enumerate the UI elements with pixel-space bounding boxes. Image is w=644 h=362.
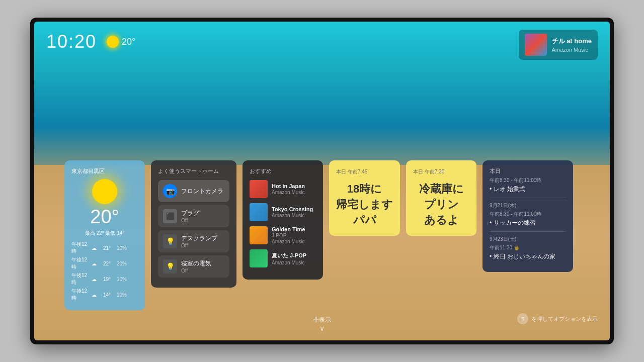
clock: 10:20	[46, 31, 97, 52]
album-art-top	[525, 34, 547, 56]
music-item-3-info: 夏いた J-POP Amazon Music	[272, 252, 306, 265]
options-hint: ≡ を押してオプションを表示	[517, 313, 598, 324]
smarthome-item-plug-info: プラグ Off	[181, 209, 199, 223]
music-rec-widget: おすすめ Hot in Japan Amazon Music Tokyo Cro…	[243, 160, 323, 280]
cal-event-time-2: 午前11:30 🖐	[490, 244, 566, 251]
options-icon: ≡	[517, 313, 528, 324]
note2-content: 冷蔵庫にプリンあるよ	[413, 182, 469, 228]
forecast-time-0: 午後12時	[71, 241, 90, 255]
lamp-icon: 💡	[163, 234, 177, 248]
forecast-temp-2: 19°	[99, 277, 111, 282]
music-item-3[interactable]: 夏いた J-POP Amazon Music	[250, 249, 316, 267]
smarthome-item-camera[interactable]: 📷 フロントカメラ	[158, 180, 229, 202]
smarthome-item-bedroom-light[interactable]: 💡 寝室の電気 Off	[158, 255, 229, 278]
camera-icon: 📷	[163, 184, 177, 198]
smarthome-item-plug[interactable]: ⬛ プラグ Off	[158, 205, 229, 227]
music-item-1-info: Tokyo Crossing Amazon Music	[272, 206, 313, 218]
cloud-icon-1: ☁	[92, 261, 97, 266]
sun-icon-large	[92, 179, 117, 204]
bedroom-sub: Off	[181, 268, 211, 274]
forecast-temp-1: 22°	[99, 261, 111, 266]
music-item-0-info: Hot in Japan Amazon Music	[272, 183, 305, 195]
forecast-time-2: 午後12時	[71, 272, 90, 286]
cloud-icon-2: ☁	[92, 277, 97, 282]
cal-event-time-1: 午前8:30 - 午前11:00時	[490, 211, 566, 218]
note1-header: 本日 午前7:45	[336, 168, 393, 175]
cloud-icon-0: ☁	[92, 245, 97, 251]
smarthome-item-bedroom-info: 寝室の電気 Off	[181, 259, 211, 274]
weather-temp-large: 20°	[71, 206, 138, 228]
music-sub-2: J-POP	[272, 233, 305, 238]
music-item-2[interactable]: Golden Time J-POP Amazon Music	[250, 226, 316, 244]
top-music-source: Amazon Music	[552, 47, 592, 53]
cal-event-name-0: レオ 始業式	[490, 185, 566, 194]
music-sub-1: Amazon Music	[272, 213, 313, 218]
note-widget-2: 本日 午前7:30 冷蔵庫にプリンあるよ	[406, 160, 476, 236]
music-thumb-0	[250, 180, 268, 198]
smarthome-item-camera-info: フロントカメラ	[181, 187, 223, 196]
weather-high-low: 最高 22° 最低 14°	[71, 230, 138, 237]
top-bar: 10:20 20° チル at home Amazon Music	[34, 22, 610, 62]
hide-button[interactable]: 非表示 ∨	[313, 316, 331, 332]
forecast-time-3: 午後12時	[71, 288, 90, 302]
smarthome-widget: よく使うスマートホーム 📷 フロントカメラ ⬛ プラグ Off 💡	[151, 160, 236, 288]
note1-content: 18時に帰宅しますパパ	[336, 182, 393, 228]
cal-event-time-0: 午前8:30 - 午前11:00時	[490, 177, 566, 184]
widgets-area: 東京都目黒区 20° 最高 22° 最低 14° 午後12時 ☁ 21° 10%…	[34, 160, 610, 310]
forecast-row-3: 午後12時 ☁ 14° 10%	[71, 288, 138, 302]
cal-date-label-1: 9月21日(木)	[490, 202, 566, 209]
music-item-1[interactable]: Tokyo Crossing Amazon Music	[250, 203, 316, 221]
forecast-row-0: 午後12時 ☁ 21° 10%	[71, 241, 138, 255]
cal-event-name-1: サッカーの練習	[490, 219, 566, 227]
music-rec-title: おすすめ	[250, 167, 316, 175]
weather-forecast: 午後12時 ☁ 21° 10% 午後12時 ☁ 22° 20% 午後12時 ☁	[71, 241, 138, 302]
music-item-2-info: Golden Time J-POP Amazon Music	[272, 226, 305, 244]
top-weather-temp: 20°	[122, 37, 135, 47]
music-thumb-1	[250, 203, 268, 221]
forecast-pct-2: 10%	[113, 277, 127, 282]
tv-frame: 10:20 20° チル at home Amazon Music 東京都目黒区…	[30, 18, 614, 344]
smarthome-title: よく使うスマートホーム	[158, 167, 229, 175]
top-music-widget[interactable]: チル at home Amazon Music	[519, 30, 598, 60]
bedroom-label: 寝室の電気	[181, 259, 211, 268]
cloud-icon-3: ☁	[92, 292, 97, 298]
weather-location: 東京都目黒区	[71, 167, 138, 175]
music-title-3: 夏いた J-POP	[272, 252, 306, 259]
lamp-sub: Off	[181, 243, 217, 248]
music-item-0[interactable]: Hot in Japan Amazon Music	[250, 180, 316, 198]
cal-date-section-1: 9月21日(木) 午前8:30 - 午前11:00時 サッカーの練習	[490, 198, 566, 227]
forecast-row-2: 午後12時 ☁ 19° 10%	[71, 272, 138, 286]
camera-label: フロントカメラ	[181, 187, 223, 196]
plug-label: プラグ	[181, 209, 199, 218]
forecast-pct-0: 10%	[113, 245, 127, 251]
options-hint-text: を押してオプションを表示	[531, 315, 598, 323]
tv-screen: 10:20 20° チル at home Amazon Music 東京都目黒区…	[34, 22, 610, 340]
forecast-pct-3: 10%	[113, 292, 127, 298]
hide-label: 非表示	[313, 316, 331, 324]
music-thumb-3	[250, 249, 268, 267]
smarthome-item-desk-lamp[interactable]: 💡 デスクランプ Off	[158, 230, 229, 252]
top-music-info: チル at home Amazon Music	[552, 37, 592, 53]
cal-today-label: 本日	[490, 167, 566, 175]
music-sub-3: Amazon Music	[272, 260, 306, 265]
cal-date-section-2: 9月23日(土) 午前11:30 🖐 終日 おじいちゃんの家	[490, 231, 566, 261]
cal-event-name-2: 終日 おじいちゃんの家	[490, 252, 566, 261]
music-sub2-2: Amazon Music	[272, 239, 305, 244]
music-title-0: Hot in Japan	[272, 183, 305, 189]
music-title-2: Golden Time	[272, 226, 305, 232]
plug-sub: Off	[181, 218, 199, 223]
forecast-pct-1: 20%	[113, 261, 127, 266]
smarthome-item-lamp-info: デスクランプ Off	[181, 234, 217, 248]
forecast-row-1: 午後12時 ☁ 22° 20%	[71, 256, 138, 270]
weather-widget: 東京都目黒区 20° 最高 22° 最低 14° 午後12時 ☁ 21° 10%…	[64, 160, 145, 310]
bottom-bar: 非表示 ∨ ≡ を押してオプションを表示	[34, 316, 610, 332]
note2-header: 本日 午前7:30	[413, 168, 469, 175]
forecast-time-1: 午後12時	[71, 256, 90, 270]
plug-icon: ⬛	[163, 209, 177, 223]
music-title-1: Tokyo Crossing	[272, 206, 313, 212]
cal-date-label-2: 9月23日(土)	[490, 236, 566, 243]
music-thumb-2	[250, 226, 268, 244]
note-widget-1: 本日 午前7:45 18時に帰宅しますパパ	[329, 160, 400, 236]
calendar-widget: 本日 午前8:30 - 午前11:00時 レオ 始業式 9月21日(木) 午前8…	[482, 160, 573, 272]
hide-arrow-icon: ∨	[313, 324, 331, 332]
